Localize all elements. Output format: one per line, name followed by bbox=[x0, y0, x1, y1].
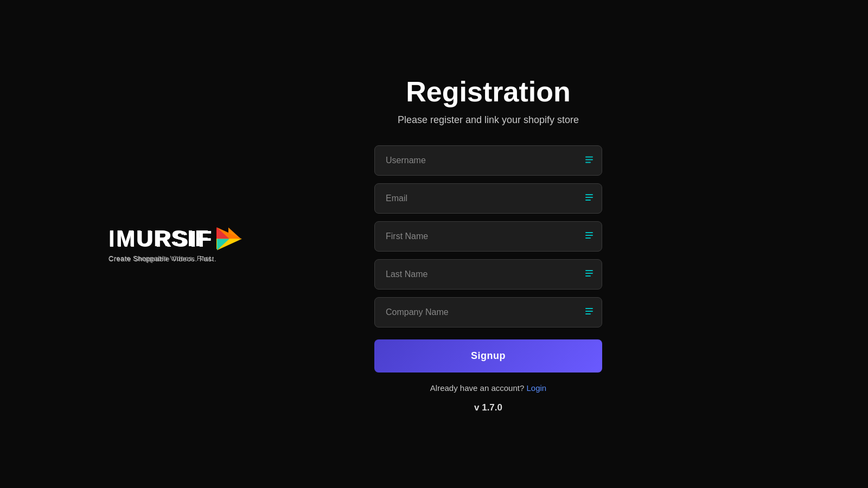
brand-tagline: Create Shoppable Videos. Fast. bbox=[108, 254, 213, 262]
page-subtitle: Please register and link your shopify st… bbox=[398, 114, 579, 126]
username-field-wrapper bbox=[374, 145, 602, 176]
brand-play-icon bbox=[216, 227, 243, 252]
login-prompt-label: Already have an account? bbox=[430, 383, 524, 393]
first-name-input[interactable] bbox=[374, 221, 602, 252]
brand-name-text: IMURSIF bbox=[108, 226, 214, 252]
version-text: v 1.7.0 bbox=[474, 402, 502, 413]
login-link[interactable]: Login bbox=[526, 383, 546, 393]
last-name-input[interactable] bbox=[374, 259, 602, 290]
signup-button[interactable]: Signup bbox=[374, 339, 602, 373]
page-container: IMURSIF Create Shoppable Videos. Fast. I… bbox=[0, 0, 868, 488]
company-name-input[interactable] bbox=[374, 297, 602, 328]
form-section: Registration Please register and link yo… bbox=[374, 75, 602, 413]
last-name-field-wrapper bbox=[374, 259, 602, 290]
page-title: Registration bbox=[406, 75, 570, 108]
email-input[interactable] bbox=[374, 183, 602, 214]
company-name-field-wrapper bbox=[374, 297, 602, 328]
login-prompt-text: Already have an account? Login bbox=[430, 383, 546, 393]
first-name-field-wrapper bbox=[374, 221, 602, 252]
username-input[interactable] bbox=[374, 145, 602, 176]
email-field-wrapper bbox=[374, 183, 602, 214]
form-fields bbox=[374, 145, 602, 328]
